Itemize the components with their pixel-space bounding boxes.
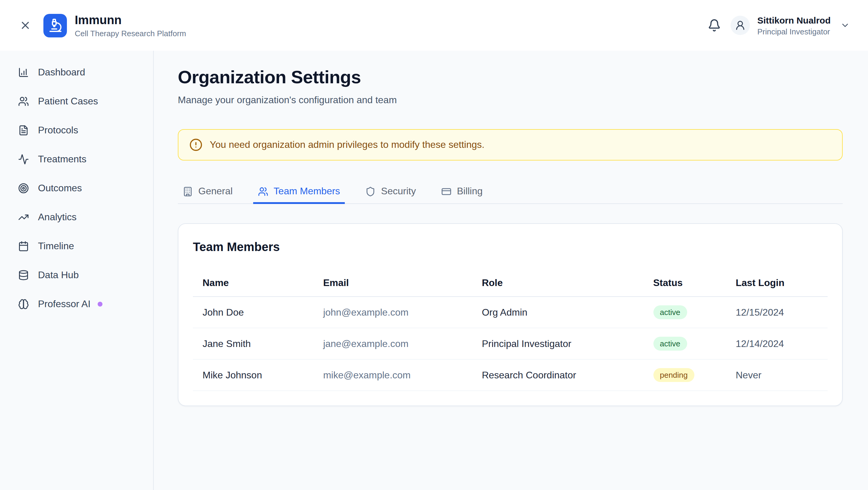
- member-role: Principal Investigator: [472, 328, 644, 359]
- trending-up-icon: [18, 212, 29, 223]
- tab-label: Team Members: [274, 186, 340, 197]
- building-icon: [183, 186, 193, 196]
- table-row: John Doejohn@example.comOrg Adminactive1…: [193, 296, 828, 328]
- file-text-icon: [18, 125, 29, 136]
- calendar-icon: [18, 241, 29, 252]
- page-subtitle: Manage your organization's configuration…: [178, 93, 843, 108]
- member-email: jane@example.com: [313, 328, 472, 359]
- column-header-last-login: Last Login: [726, 270, 828, 296]
- sidebar-item-outcomes[interactable]: Outcomes: [0, 174, 153, 203]
- team-members-card: Team Members NameEmailRoleStatusLast Log…: [178, 223, 843, 406]
- app-root: Immunn Cell Therapy Research Platform Si…: [0, 0, 868, 490]
- table-row: Jane Smithjane@example.comPrincipal Inve…: [193, 328, 828, 359]
- sidebar-item-label: Outcomes: [38, 183, 82, 194]
- column-header-name: Name: [193, 270, 313, 296]
- member-last-login: 12/15/2024: [726, 296, 828, 328]
- sidebar-item-analytics[interactable]: Analytics: [0, 203, 153, 232]
- users-icon: [258, 186, 268, 196]
- member-name: Mike Johnson: [193, 359, 313, 391]
- tab-team-members[interactable]: Team Members: [253, 183, 345, 204]
- member-last-login: 12/14/2024: [726, 328, 828, 359]
- activity-icon: [18, 154, 29, 165]
- table-row: Mike Johnsonmike@example.comResearch Coo…: [193, 359, 828, 391]
- table-header-row: NameEmailRoleStatusLast Login: [193, 270, 828, 296]
- page-title: Organization Settings: [178, 66, 843, 88]
- sidebar-item-treatments[interactable]: Treatments: [0, 145, 153, 174]
- status-badge: pending: [653, 368, 694, 382]
- bell-icon: [708, 19, 721, 32]
- sidebar-item-timeline[interactable]: Timeline: [0, 232, 153, 261]
- user-icon: [735, 20, 746, 31]
- tab-label: Security: [381, 186, 416, 197]
- sidebar: DashboardPatient CasesProtocolsTreatment…: [0, 51, 154, 490]
- sidebar-item-protocols[interactable]: Protocols: [0, 116, 153, 145]
- sidebar-item-patient-cases[interactable]: Patient Cases: [0, 87, 153, 116]
- member-name: Jane Smith: [193, 328, 313, 359]
- tab-label: Billing: [457, 186, 483, 197]
- card-title: Team Members: [193, 238, 828, 255]
- tab-label: General: [198, 186, 233, 197]
- status-badge: active: [653, 337, 687, 351]
- close-icon: [19, 19, 31, 31]
- brain-icon: [18, 299, 29, 310]
- sidebar-item-label: Professor AI: [38, 299, 90, 310]
- user-info: Sittikorn Nualrod Principal Investigator: [757, 14, 831, 36]
- sidebar-item-professor-ai[interactable]: Professor AI: [0, 290, 153, 319]
- chevron-down-icon: [840, 21, 850, 30]
- team-members-table: NameEmailRoleStatusLast Login John Doejo…: [193, 270, 828, 391]
- member-status-cell: active: [644, 296, 726, 328]
- tab-bar: GeneralTeam MembersSecurityBilling: [178, 183, 843, 204]
- target-icon: [18, 183, 29, 194]
- sidebar-item-label: Data Hub: [38, 270, 79, 281]
- main-content: Organization Settings Manage your organi…: [154, 51, 868, 490]
- alert-circle-icon: [189, 138, 203, 151]
- app-body: DashboardPatient CasesProtocolsTreatment…: [0, 51, 868, 490]
- sidebar-item-label: Patient Cases: [38, 96, 98, 107]
- database-icon: [18, 270, 29, 281]
- notifications-button[interactable]: [708, 19, 721, 32]
- member-last-login: Never: [726, 359, 828, 391]
- sidebar-item-label: Analytics: [38, 212, 76, 223]
- chart-column-icon: [18, 67, 29, 78]
- app-logo: [43, 13, 67, 37]
- ai-status-dot: [98, 302, 102, 307]
- member-email: john@example.com: [313, 296, 472, 328]
- sidebar-nav: DashboardPatient CasesProtocolsTreatment…: [0, 58, 153, 319]
- sidebar-item-label: Dashboard: [38, 67, 85, 78]
- tab-security[interactable]: Security: [361, 183, 421, 204]
- column-header-email: Email: [313, 270, 472, 296]
- avatar: [731, 16, 750, 35]
- sidebar-item-label: Protocols: [38, 125, 78, 136]
- column-header-status: Status: [644, 270, 726, 296]
- shield-icon: [365, 186, 375, 196]
- member-name: John Doe: [193, 296, 313, 328]
- user-role: Principal Investigator: [757, 26, 831, 36]
- column-header-role: Role: [472, 270, 644, 296]
- app-subtitle: Cell Therapy Research Platform: [75, 29, 186, 38]
- status-badge: active: [653, 305, 687, 319]
- app-title: Immunn: [75, 12, 186, 27]
- warning-text: You need organization admin privileges t…: [210, 139, 484, 150]
- user-name: Sittikorn Nualrod: [757, 14, 831, 26]
- member-status-cell: active: [644, 328, 726, 359]
- member-status-cell: pending: [644, 359, 726, 391]
- sidebar-item-data-hub[interactable]: Data Hub: [0, 261, 153, 290]
- app-title-block: Immunn Cell Therapy Research Platform: [75, 12, 186, 38]
- microscope-icon: [48, 18, 62, 33]
- tab-billing[interactable]: Billing: [436, 183, 487, 204]
- member-role: Org Admin: [472, 296, 644, 328]
- close-button[interactable]: [19, 19, 31, 31]
- credit-card-icon: [441, 186, 452, 196]
- member-email: mike@example.com: [313, 359, 472, 391]
- users-icon: [18, 96, 29, 107]
- warning-banner: You need organization admin privileges t…: [178, 129, 843, 161]
- member-role: Research Coordinator: [472, 359, 644, 391]
- sidebar-item-label: Timeline: [38, 241, 74, 252]
- user-menu[interactable]: Sittikorn Nualrod Principal Investigator: [731, 14, 850, 36]
- sidebar-item-dashboard[interactable]: Dashboard: [0, 58, 153, 87]
- header-right: Sittikorn Nualrod Principal Investigator: [708, 14, 850, 36]
- app-header: Immunn Cell Therapy Research Platform Si…: [0, 0, 868, 51]
- tab-general[interactable]: General: [178, 183, 238, 204]
- sidebar-item-label: Treatments: [38, 154, 87, 165]
